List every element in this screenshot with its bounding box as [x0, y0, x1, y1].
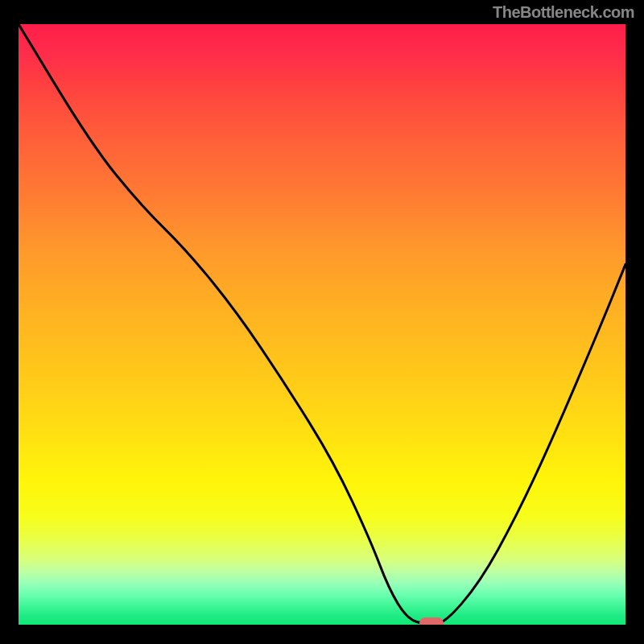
- optimal-marker: [419, 617, 444, 625]
- plot-area: [19, 24, 625, 625]
- bottleneck-curve: [19, 24, 625, 625]
- watermark-text: TheBottleneck.com: [493, 3, 634, 22]
- curve-path: [19, 24, 625, 625]
